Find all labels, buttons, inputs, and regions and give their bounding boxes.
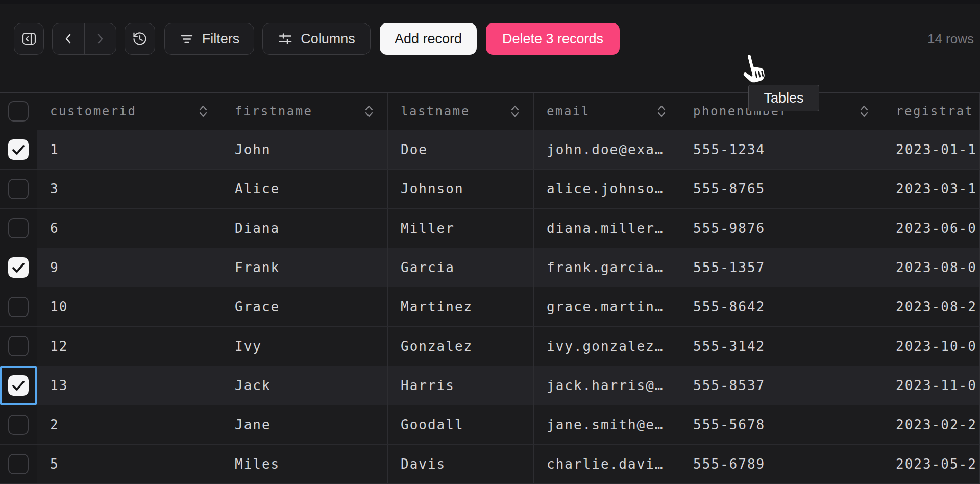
cell-email[interactable]: jack.harris@… [534,366,680,405]
cell-email[interactable]: ivy.gonzalez… [534,327,680,366]
row-checkbox[interactable] [8,336,29,356]
row-checkbox-cell[interactable] [0,130,37,169]
tables-tooltip: Tables [748,85,819,111]
cell-firstname[interactable]: Jane [222,405,388,444]
row-checkbox[interactable] [8,218,29,238]
cell-customerid[interactable]: 6 [37,209,222,248]
cell-phonenumber[interactable]: 555-6789 [680,445,883,483]
cell-email[interactable]: grace.martin… [534,287,680,326]
cell-email[interactable]: diana.miller… [534,209,680,248]
select-all-checkbox[interactable] [8,101,29,122]
cell-customerid[interactable]: 3 [37,170,222,208]
row-checkbox[interactable] [8,415,29,435]
cell-phonenumber[interactable]: 555-8537 [680,366,883,405]
cell-registrat[interactable]: 2023-03-1 [883,170,980,208]
cell-lastname[interactable]: Harris [388,366,534,405]
cell-firstname[interactable]: Diana [222,209,388,248]
add-record-button[interactable]: Add record [380,23,477,55]
row-checkbox-cell[interactable] [0,405,37,444]
column-header-email[interactable]: email [534,93,680,130]
cell-registrat[interactable]: 2023-05-2 [883,445,980,483]
column-label: customerid [50,104,137,118]
cell-customerid[interactable]: 5 [37,445,222,483]
cell-customerid[interactable]: 2 [37,405,222,444]
cell-registrat[interactable]: 2023-08-2 [883,287,980,326]
row-checkbox-cell[interactable] [0,287,37,326]
cell-email[interactable]: frank.garcia… [534,248,680,287]
cell-firstname[interactable]: Jack [222,366,388,405]
column-header-registrat[interactable]: registrat [883,93,980,130]
table-row: 9FrankGarciafrank.garcia…555-13572023-08… [0,248,980,287]
cell-firstname[interactable]: Frank [222,248,388,287]
sidebar-toggle-button[interactable] [14,23,44,55]
cell-email[interactable]: charlie.davi… [534,445,680,483]
cell-registrat[interactable]: 2023-10-0 [883,327,980,366]
cell-phonenumber[interactable]: 555-8642 [680,287,883,326]
row-checkbox-cell[interactable] [0,209,37,248]
cell-lastname[interactable]: Garcia [388,248,534,287]
table-body: 1JohnDoejohn.doe@exa…555-12342023-01-13A… [0,130,980,484]
row-checkbox-cell[interactable] [0,248,37,287]
cell-registrat[interactable]: 2023-08-0 [883,248,980,287]
sort-icon [510,103,520,119]
cell-firstname[interactable]: Alice [222,170,388,208]
row-checkbox[interactable] [8,297,29,317]
forward-button[interactable] [84,23,116,54]
cell-firstname[interactable]: Grace [222,287,388,326]
delete-records-button[interactable]: Delete 3 records [486,23,620,55]
columns-button[interactable]: Columns [262,23,371,55]
row-checkbox[interactable] [8,257,29,278]
history-button[interactable] [125,23,155,55]
table-row: 5MilesDavischarlie.davi…555-67892023-05-… [0,445,980,484]
cell-customerid[interactable]: 1 [37,130,222,169]
cell-customerid[interactable]: 9 [37,248,222,287]
back-button[interactable] [53,23,84,54]
cell-lastname[interactable]: Gonzalez [388,327,534,366]
filters-button[interactable]: Filters [164,23,254,55]
cell-phonenumber[interactable]: 555-3142 [680,327,883,366]
row-checkbox-cell[interactable] [0,366,37,405]
cell-registrat[interactable]: 2023-02-2 [883,405,980,444]
cell-lastname[interactable]: Johnson [388,170,534,208]
cell-customerid[interactable]: 12 [37,327,222,366]
cell-lastname[interactable]: Miller [388,209,534,248]
cell-firstname[interactable]: Miles [222,445,388,483]
row-checkbox-cell[interactable] [0,445,37,483]
cell-registrat[interactable]: 2023-06-0 [883,209,980,248]
select-all-checkbox-cell[interactable] [0,93,37,130]
column-label: registrat [896,104,974,118]
row-checkbox[interactable] [8,375,29,396]
column-label: lastname [401,104,470,118]
row-checkbox-cell[interactable] [0,170,37,208]
cell-customerid[interactable]: 13 [37,366,222,405]
column-header-lastname[interactable]: lastname [388,93,534,130]
cell-email[interactable]: alice.johnso… [534,170,680,208]
cell-registrat[interactable]: 2023-11-0 [883,366,980,405]
table-row: 12IvyGonzalezivy.gonzalez…555-31422023-1… [0,327,980,366]
row-checkbox[interactable] [8,454,29,474]
sort-icon [198,103,208,119]
cell-email[interactable]: jane.smith@e… [534,405,680,444]
row-checkbox[interactable] [8,179,29,199]
row-checkbox-cell[interactable] [0,327,37,366]
cell-registrat[interactable]: 2023-01-1 [883,130,980,169]
cell-lastname[interactable]: Goodall [388,405,534,444]
cell-phonenumber[interactable]: 555-9876 [680,209,883,248]
cell-phonenumber[interactable]: 555-1234 [680,130,883,169]
cell-phonenumber[interactable]: 555-5678 [680,405,883,444]
cell-customerid[interactable]: 10 [37,287,222,326]
cell-lastname[interactable]: Doe [388,130,534,169]
cell-firstname[interactable]: Ivy [222,327,388,366]
cell-phonenumber[interactable]: 555-1357 [680,248,883,287]
sort-icon [656,103,667,119]
cell-phonenumber[interactable]: 555-8765 [680,170,883,208]
row-checkbox[interactable] [8,139,29,160]
cell-lastname[interactable]: Davis [388,445,534,483]
cell-email[interactable]: john.doe@exa… [534,130,680,169]
cell-firstname[interactable]: John [222,130,388,169]
panel-collapse-icon [21,31,37,47]
cell-lastname[interactable]: Martinez [388,287,534,326]
filters-label: Filters [202,31,240,47]
column-header-firstname[interactable]: firstname [222,93,388,130]
column-header-customerid[interactable]: customerid [37,93,222,130]
